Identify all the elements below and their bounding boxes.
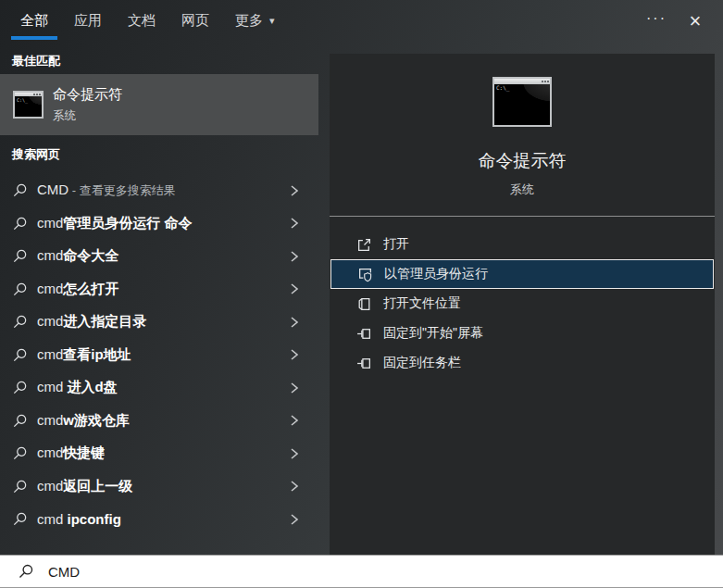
best-match-header: 最佳匹配 [12, 53, 318, 69]
chevron-right-icon[interactable] [289, 447, 300, 460]
action-open-file-location[interactable]: 打开文件位置 [330, 289, 715, 319]
tab-apps[interactable]: 应用 [65, 0, 111, 42]
tab-apps-label: 应用 [74, 12, 102, 30]
suggestion-text: cmd 进入d盘 [37, 379, 289, 396]
preview-panel: C:\_ 命令提示符 系统 打开 以管理员身份运行 打开文件位置 固定到"开始"… [330, 54, 715, 555]
suggestion-row[interactable]: cmdw游戏仓库 [0, 405, 318, 438]
run-as-admin-icon [357, 267, 373, 282]
chevron-right-icon[interactable] [289, 480, 300, 493]
action-pin-to-start[interactable]: 固定到"开始"屏幕 [330, 319, 715, 348]
search-icon [12, 216, 28, 231]
search-icon [18, 563, 34, 580]
suggestion-row[interactable]: cmd进入指定目录 [0, 306, 318, 339]
action-open-label: 打开 [383, 236, 409, 253]
action-pin-to-taskbar-label: 固定到任务栏 [383, 355, 461, 371]
tab-all-label: 全部 [20, 12, 48, 30]
tab-more-label: 更多 [235, 12, 263, 30]
suggestion-text: cmd进入指定目录 [37, 313, 289, 331]
search-input[interactable] [46, 563, 723, 581]
suggestion-text: cmd命令大全 [37, 247, 289, 265]
chevron-right-icon[interactable] [289, 348, 300, 361]
chevron-right-icon[interactable] [289, 382, 300, 394]
pin-icon [356, 356, 372, 371]
command-prompt-icon-large: C:\_ [492, 77, 552, 127]
suggestion-text: cmd管理员身份运行 命令 [37, 215, 289, 232]
chevron-right-icon[interactable] [289, 414, 300, 427]
suggestion-text: cmd快捷键 [37, 444, 289, 462]
suggestion-text: CMD - 查看更多搜索结果 [37, 181, 289, 199]
close-icon[interactable]: × [680, 6, 710, 36]
search-icon [12, 314, 28, 330]
best-match-subtitle: 系统 [53, 108, 122, 124]
more-options-icon[interactable]: ··· [642, 4, 671, 39]
chevron-right-icon[interactable] [289, 316, 300, 329]
search-icon [12, 380, 28, 395]
preview-subtitle: 系统 [330, 181, 715, 198]
action-run-as-admin-label: 以管理员身份运行 [384, 266, 488, 282]
suggestion-row[interactable]: cmd查看ip地址 [0, 339, 318, 372]
folder-icon [356, 296, 372, 312]
action-open-file-location-label: 打开文件位置 [383, 295, 461, 312]
open-icon [356, 237, 372, 253]
suggestion-row[interactable]: cmd怎么打开 [0, 273, 318, 307]
search-icon [12, 281, 28, 297]
suggestion-text: cmd怎么打开 [37, 281, 289, 298]
suggestion-text: cmdw游戏仓库 [37, 412, 289, 430]
action-run-as-admin[interactable]: 以管理员身份运行 [330, 259, 714, 289]
suggestion-row[interactable]: cmd ipconfig [0, 503, 318, 536]
suggestion-text: cmd查看ip地址 [37, 346, 289, 364]
chevron-right-icon[interactable] [289, 250, 300, 263]
chevron-right-icon[interactable] [289, 184, 300, 197]
search-icon [12, 413, 28, 429]
results-panel: 最佳匹配 C:\_ 命令提示符 系统 搜索网页 CMD - 查看更多搜索结果 c… [0, 42, 318, 555]
search-icon [12, 445, 28, 461]
search-icon [12, 479, 28, 494]
web-search-suggestions: CMD - 查看更多搜索结果 cmd管理员身份运行 命令 cmd命令大全 cmd… [0, 174, 318, 536]
chevron-right-icon[interactable] [289, 217, 300, 230]
search-icon [12, 347, 28, 363]
search-icon [12, 511, 28, 527]
best-match-title: 命令提示符 [53, 86, 122, 104]
best-match-text: 命令提示符 系统 [53, 86, 122, 124]
tab-documents[interactable]: 文档 [118, 0, 165, 42]
web-search-header: 搜索网页 [12, 146, 318, 163]
suggestion-row[interactable]: CMD - 查看更多搜索结果 [0, 174, 318, 207]
suggestion-row[interactable]: cmd返回上一级 [0, 470, 318, 504]
action-pin-to-start-label: 固定到"开始"屏幕 [383, 325, 483, 342]
pin-icon [356, 326, 372, 342]
tab-web[interactable]: 网页 [172, 0, 218, 42]
best-match-result[interactable]: C:\_ 命令提示符 系统 [0, 74, 318, 135]
chevron-down-icon: ▾ [269, 15, 275, 27]
command-prompt-icon: C:\_ [13, 91, 44, 119]
context-actions: 打开 以管理员身份运行 打开文件位置 固定到"开始"屏幕 固定到任务栏 [330, 230, 715, 378]
suggestion-text: cmd返回上一级 [37, 478, 289, 495]
action-pin-to-taskbar[interactable]: 固定到任务栏 [330, 348, 715, 378]
suggestion-row[interactable]: cmd 进入d盘 [0, 371, 318, 405]
tab-web-label: 网页 [181, 12, 209, 30]
suggestion-row[interactable]: cmd命令大全 [0, 240, 318, 273]
start-search-window: 全部 应用 文档 网页 更多 ▾ ··· × 最佳匹配 C:\_ 命令提示符 [0, 0, 723, 588]
suggestion-row[interactable]: cmd快捷键 [0, 437, 318, 470]
action-open[interactable]: 打开 [330, 230, 715, 259]
chevron-right-icon[interactable] [289, 282, 300, 295]
tab-all[interactable]: 全部 [11, 0, 57, 42]
divider [330, 216, 715, 217]
suggestion-row[interactable]: cmd管理员身份运行 命令 [0, 207, 318, 241]
tab-more[interactable]: 更多 ▾ [226, 0, 284, 42]
window-controls: ··· × [642, 0, 723, 42]
search-icon [12, 248, 28, 264]
tab-documents-label: 文档 [128, 12, 156, 30]
search-bar [0, 555, 723, 588]
preview-title: 命令提示符 [330, 149, 715, 173]
search-filter-tabs: 全部 应用 文档 网页 更多 ▾ [0, 0, 723, 42]
suggestion-text: cmd ipconfig [37, 511, 289, 527]
chevron-right-icon[interactable] [289, 513, 300, 526]
search-icon [12, 182, 28, 198]
